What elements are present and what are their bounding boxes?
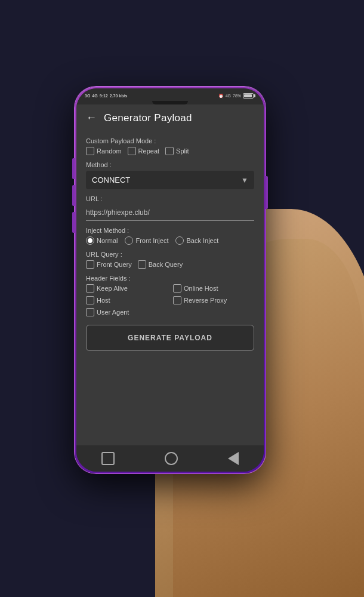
checkbox-repeat-box[interactable]	[128, 147, 136, 155]
method-section: Method : CONNECT GET POST HEAD ▼	[86, 161, 254, 189]
checkbox-split-label: Split	[176, 147, 189, 155]
checkbox-user-agent[interactable]: User Agent	[86, 308, 254, 316]
battery-icon	[243, 93, 255, 99]
checkbox-user-agent-box[interactable]	[86, 308, 94, 316]
url-query-options: Front Query Back Query	[86, 260, 254, 269]
custom-payload-mode-label: Custom Payload Mode :	[86, 137, 254, 144]
radio-back-inject-label: Back Inject	[186, 237, 218, 244]
method-dropdown-container: CONNECT GET POST HEAD ▼	[86, 171, 254, 189]
checkbox-front-query-label: Front Query	[97, 261, 132, 268]
method-label: Method :	[86, 161, 254, 168]
radio-normal[interactable]: Normal	[86, 236, 118, 245]
radio-front-inject-label: Front Inject	[135, 237, 168, 244]
checkbox-host-box[interactable]	[86, 296, 94, 304]
radio-normal-inner	[88, 238, 92, 243]
inject-method-section: Inject Method : Normal Front Inject	[86, 227, 254, 245]
checkbox-repeat-label: Repeat	[138, 147, 159, 155]
radio-back-inject[interactable]: Back Inject	[175, 236, 218, 245]
custom-payload-mode-options: Random Repeat Split	[86, 147, 254, 155]
inject-method-options: Normal Front Inject Back Inject	[86, 236, 254, 245]
checkbox-host-label: Host	[97, 297, 110, 304]
status-speed: 2.70 kb/s	[110, 94, 128, 98]
bottom-nav	[76, 445, 264, 472]
radio-back-inject-outer[interactable]	[175, 236, 184, 245]
radio-normal-outer[interactable]	[86, 236, 94, 245]
status-time: 9:12	[100, 94, 108, 98]
checkbox-online-host-box[interactable]	[173, 284, 181, 293]
checkbox-back-query-label: Back Query	[149, 261, 183, 268]
battery-percent: 78%	[233, 94, 241, 98]
url-label: URL :	[86, 195, 254, 202]
network-3g: 3G	[85, 94, 90, 98]
checkbox-reverse-proxy-box[interactable]	[173, 296, 181, 304]
generate-payload-button[interactable]: GENERATE PAYLOAD	[86, 325, 254, 351]
alarm-icon: ⏰	[218, 94, 224, 99]
url-query-section: URL Query : Front Query Back Query	[86, 251, 254, 269]
checkbox-random-box[interactable]	[86, 147, 94, 155]
radio-normal-label: Normal	[97, 237, 118, 244]
checkbox-repeat[interactable]: Repeat	[128, 147, 159, 155]
checkbox-keep-alive-label: Keep Alive	[97, 285, 128, 292]
status-bar: 3G 4G 9:12 2.70 kb/s ⏰ 4G 78%	[76, 88, 264, 101]
header-fields-label: Header Fields :	[86, 275, 254, 282]
url-input[interactable]	[86, 205, 254, 221]
inject-method-label: Inject Method :	[86, 227, 254, 234]
network-4g: 4G	[92, 94, 97, 98]
checkbox-back-query[interactable]: Back Query	[138, 260, 183, 269]
checkbox-front-query[interactable]: Front Query	[86, 260, 132, 269]
nav-home-button[interactable]	[165, 452, 178, 465]
checkbox-keep-alive-box[interactable]	[86, 284, 94, 293]
url-section: URL :	[86, 195, 254, 221]
custom-payload-mode-section: Custom Payload Mode : Random Repeat S	[86, 137, 254, 155]
header-fields-section: Header Fields : Keep Alive Online Host	[86, 275, 254, 316]
url-query-label: URL Query :	[86, 251, 254, 258]
checkbox-reverse-proxy[interactable]: Reverse Proxy	[173, 296, 254, 304]
checkbox-back-query-box[interactable]	[138, 260, 146, 269]
app-content: Custom Payload Mode : Random Repeat S	[76, 130, 264, 445]
app-header: ← Generator Payload	[76, 104, 264, 130]
checkbox-front-query-box[interactable]	[86, 260, 94, 269]
checkbox-split-box[interactable]	[165, 147, 174, 155]
radio-front-inject[interactable]: Front Inject	[125, 236, 168, 245]
page-title: Generator Payload	[104, 112, 192, 124]
status-right: ⏰ 4G 78%	[218, 93, 255, 99]
checkbox-keep-alive[interactable]: Keep Alive	[86, 284, 167, 293]
status-left: 3G 4G 9:12 2.70 kb/s	[85, 94, 127, 98]
checkbox-online-host[interactable]: Online Host	[173, 284, 254, 293]
radio-front-inject-outer[interactable]	[125, 236, 133, 245]
checkbox-host[interactable]: Host	[86, 296, 167, 304]
method-select[interactable]: CONNECT GET POST HEAD	[86, 171, 254, 189]
signal-label: 4G	[226, 94, 231, 98]
checkbox-random-label: Random	[97, 147, 122, 155]
checkbox-split[interactable]: Split	[165, 147, 189, 155]
checkbox-online-host-label: Online Host	[184, 285, 218, 292]
back-button[interactable]: ←	[86, 112, 97, 124]
checkbox-user-agent-label: User Agent	[97, 309, 129, 316]
nav-square-button[interactable]	[101, 452, 115, 465]
checkbox-reverse-proxy-label: Reverse Proxy	[184, 297, 227, 304]
header-fields-grid: Keep Alive Online Host Host Reverse	[86, 284, 254, 304]
checkbox-random[interactable]: Random	[86, 147, 122, 155]
nav-back-button[interactable]	[228, 452, 239, 465]
